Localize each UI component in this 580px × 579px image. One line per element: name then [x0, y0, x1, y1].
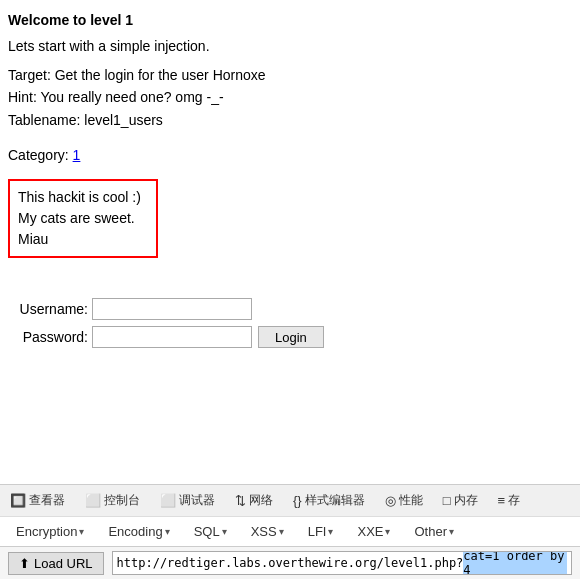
- inspector-label: 查看器: [29, 492, 65, 509]
- encoding-button[interactable]: Encoding ▾: [100, 522, 177, 541]
- password-row: Password: Login: [8, 326, 572, 348]
- dev-tool-inspector[interactable]: 🔲 查看器: [6, 490, 69, 511]
- comment-line2: My cats are sweet.: [18, 208, 148, 229]
- performance-label: 性能: [399, 492, 423, 509]
- dev-tool-performance[interactable]: ◎ 性能: [381, 490, 427, 511]
- category-link[interactable]: 1: [73, 147, 81, 163]
- other-button[interactable]: Other ▾: [406, 522, 462, 541]
- xxe-label: XXE: [357, 524, 383, 539]
- memory-icon: □: [443, 493, 451, 508]
- target-line: Target: Get the login for the user Horno…: [8, 64, 572, 86]
- load-url-label: Load URL: [34, 556, 93, 571]
- memory-label: 内存: [454, 492, 478, 509]
- dev-tool-memory[interactable]: □ 内存: [439, 490, 482, 511]
- xss-button[interactable]: XSS ▾: [243, 522, 292, 541]
- storage-label: 存: [508, 492, 520, 509]
- network-label: 网络: [249, 492, 273, 509]
- comment-line1: This hackit is cool :): [18, 187, 148, 208]
- storage-icon: ≡: [498, 493, 506, 508]
- encoding-label: Encoding: [108, 524, 162, 539]
- xss-label: XSS: [251, 524, 277, 539]
- dev-tool-console[interactable]: ⬜ 控制台: [81, 490, 144, 511]
- dev-tool-debugger[interactable]: ⬜ 调试器: [156, 490, 219, 511]
- intro-text: Lets start with a simple injection.: [8, 38, 572, 54]
- load-url-button[interactable]: ⬆ Load URL: [8, 552, 104, 575]
- xxe-button[interactable]: XXE ▾: [349, 522, 398, 541]
- category-label: Category:: [8, 147, 69, 163]
- style-editor-icon: {}: [293, 493, 302, 508]
- console-label: 控制台: [104, 492, 140, 509]
- tablename-line: Tablename: level1_users: [8, 109, 572, 131]
- style-editor-label: 样式编辑器: [305, 492, 365, 509]
- lfi-dropdown-icon: ▾: [328, 526, 333, 537]
- dev-toolbar: 🔲 查看器 ⬜ 控制台 ⬜ 调试器 ⇅ 网络 {} 样式编辑器 ◎ 性能 □ 内…: [0, 484, 580, 516]
- lfi-button[interactable]: LFI ▾: [300, 522, 342, 541]
- category-line: Category: 1: [8, 147, 572, 163]
- debugger-label: 调试器: [179, 492, 215, 509]
- dev-tool-network[interactable]: ⇅ 网络: [231, 490, 277, 511]
- encryption-label: Encryption: [16, 524, 77, 539]
- upload-icon: ⬆: [19, 556, 30, 571]
- other-dropdown-icon: ▾: [449, 526, 454, 537]
- lfi-label: LFI: [308, 524, 327, 539]
- url-bar: ⬆ Load URL http://redtiger.labs.overthew…: [0, 546, 580, 579]
- username-label: Username:: [8, 301, 88, 317]
- encoding-dropdown-icon: ▾: [165, 526, 170, 537]
- login-section: Username: Password: Login: [8, 298, 572, 348]
- url-highlighted: cat=1 order by 4: [463, 551, 567, 575]
- sql-label: SQL: [194, 524, 220, 539]
- sql-button[interactable]: SQL ▾: [186, 522, 235, 541]
- url-text: http://redtiger.labs.overthewire.org/lev…: [117, 556, 464, 570]
- sql-dropdown-icon: ▾: [222, 526, 227, 537]
- inspector-icon: 🔲: [10, 493, 26, 508]
- performance-icon: ◎: [385, 493, 396, 508]
- username-row: Username:: [8, 298, 572, 320]
- encryption-dropdown-icon: ▾: [79, 526, 84, 537]
- target-info: Target: Get the login for the user Horno…: [8, 64, 572, 131]
- network-icon: ⇅: [235, 493, 246, 508]
- password-label: Password:: [8, 329, 88, 345]
- comment-box: This hackit is cool :) My cats are sweet…: [8, 179, 158, 258]
- dev-tool-style-editor[interactable]: {} 样式编辑器: [289, 490, 369, 511]
- encryption-button[interactable]: Encryption ▾: [8, 522, 92, 541]
- dev-tool-storage[interactable]: ≡ 存: [494, 490, 525, 511]
- xxe-dropdown-icon: ▾: [385, 526, 390, 537]
- console-icon: ⬜: [85, 493, 101, 508]
- comment-line3: Miau: [18, 229, 148, 250]
- hint-line: Hint: You really need one? omg -_-: [8, 86, 572, 108]
- main-content: Welcome to level 1 Lets start with a sim…: [0, 0, 580, 484]
- login-button[interactable]: Login: [258, 326, 324, 348]
- debugger-icon: ⬜: [160, 493, 176, 508]
- password-input[interactable]: [92, 326, 252, 348]
- url-display[interactable]: http://redtiger.labs.overthewire.org/lev…: [112, 551, 572, 575]
- other-label: Other: [414, 524, 447, 539]
- security-toolbar: Encryption ▾ Encoding ▾ SQL ▾ XSS ▾ LFI …: [0, 516, 580, 546]
- xss-dropdown-icon: ▾: [279, 526, 284, 537]
- username-input[interactable]: [92, 298, 252, 320]
- page-title: Welcome to level 1: [8, 12, 572, 28]
